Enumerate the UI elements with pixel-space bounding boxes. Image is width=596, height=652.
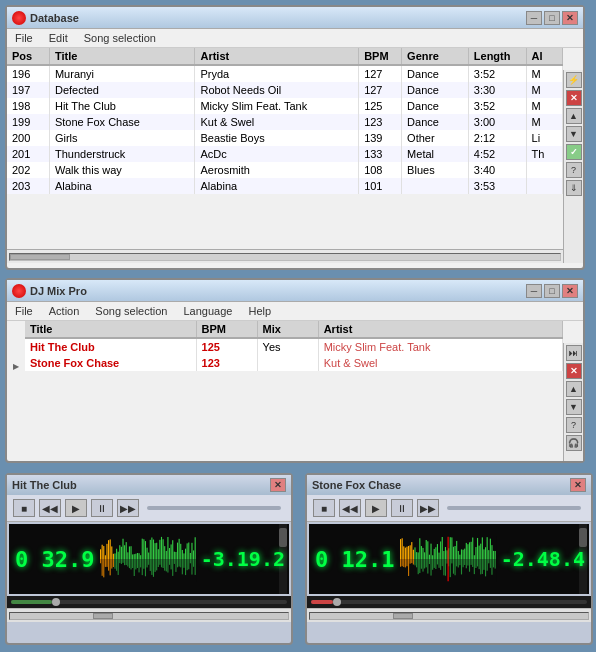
djmix-side-close[interactable]: ✕ bbox=[566, 363, 582, 379]
svg-rect-39 bbox=[131, 546, 132, 559]
db-side-close[interactable]: ✕ bbox=[566, 90, 582, 106]
svg-rect-203 bbox=[465, 559, 466, 565]
player2-pause-btn[interactable]: ⏸ bbox=[391, 499, 413, 517]
db-cell-artist: AcDc bbox=[195, 146, 359, 162]
djmix-close-btn[interactable]: ✕ bbox=[562, 284, 578, 298]
db-cell-al: Th bbox=[526, 146, 562, 162]
player1-pause-btn[interactable]: ⏸ bbox=[91, 499, 113, 517]
db-horizontal-scrollbar[interactable] bbox=[7, 249, 563, 263]
db-side-power[interactable]: ⚡ bbox=[566, 72, 582, 88]
djmix-maximize-btn[interactable]: □ bbox=[544, 284, 560, 298]
svg-rect-62 bbox=[149, 559, 150, 565]
svg-rect-14 bbox=[110, 559, 111, 575]
svg-rect-112 bbox=[189, 559, 190, 569]
svg-rect-107 bbox=[185, 549, 186, 559]
db-cell-title: Muranyi bbox=[49, 65, 195, 82]
db-table-row[interactable]: 200 Girls Beastie Boys 139 Other 2:12 Li bbox=[7, 130, 563, 146]
player1-progress-track[interactable] bbox=[11, 600, 287, 604]
djmix-window: DJ Mix Pro ─ □ ✕ File Action Song select… bbox=[5, 278, 585, 463]
svg-rect-63 bbox=[150, 540, 151, 559]
djmix-menu-file[interactable]: File bbox=[12, 304, 36, 318]
djmix-menu-help[interactable]: Help bbox=[245, 304, 274, 318]
player1-time-neg: -3.19.2 bbox=[197, 547, 289, 571]
svg-rect-10 bbox=[107, 559, 108, 567]
player1-stop-btn[interactable]: ■ bbox=[13, 499, 35, 517]
player1-bottom-scroll[interactable] bbox=[7, 608, 291, 622]
svg-rect-38 bbox=[129, 559, 130, 568]
db-table-row[interactable]: 203 Alabina Alabina 101 3:53 bbox=[7, 178, 563, 194]
player2-close-btn[interactable]: ✕ bbox=[570, 478, 586, 492]
djmix-side-headphone[interactable]: 🎧 bbox=[566, 435, 582, 451]
svg-rect-180 bbox=[447, 550, 448, 559]
player2-progress-track[interactable] bbox=[311, 600, 587, 604]
db-cell-length: 3:52 bbox=[468, 65, 526, 82]
svg-rect-133 bbox=[409, 559, 410, 576]
djmix-menu-action[interactable]: Action bbox=[46, 304, 83, 318]
svg-rect-226 bbox=[484, 549, 485, 559]
db-table-row[interactable]: 201 Thunderstruck AcDc 133 Metal 4:52 Th bbox=[7, 146, 563, 162]
player2-vol-slider[interactable] bbox=[447, 506, 581, 510]
player1-play-btn[interactable]: ▶ bbox=[65, 499, 87, 517]
svg-rect-196 bbox=[460, 555, 461, 559]
mix-cell-title: Hit The Club bbox=[25, 338, 196, 355]
svg-rect-89 bbox=[171, 544, 172, 559]
mix-col-title: Title bbox=[25, 321, 196, 338]
db-side-question[interactable]: ? bbox=[566, 162, 582, 178]
db-menu-edit[interactable]: Edit bbox=[46, 31, 71, 45]
player2-play-btn[interactable]: ▶ bbox=[365, 499, 387, 517]
svg-rect-44 bbox=[134, 559, 135, 576]
djmix-side-skip-end[interactable]: ⏭ bbox=[566, 345, 582, 361]
mix-cell-artist: Kut & Swel bbox=[318, 355, 562, 371]
db-table-row[interactable]: 199 Stone Fox Chase Kut & Swel 123 Dance… bbox=[7, 114, 563, 130]
svg-rect-81 bbox=[165, 546, 166, 559]
djmix-menu-song[interactable]: Song selection bbox=[92, 304, 170, 318]
db-table-row[interactable]: 202 Walk this way Aerosmith 108 Blues 3:… bbox=[7, 162, 563, 178]
player2-title: Stone Fox Chase bbox=[312, 479, 401, 491]
svg-rect-188 bbox=[453, 547, 454, 559]
db-menu-song-selection[interactable]: Song selection bbox=[81, 31, 159, 45]
db-cell-bpm: 123 bbox=[359, 114, 402, 130]
svg-rect-229 bbox=[485, 559, 486, 576]
db-table-row[interactable]: 198 Hit The Club Micky Slim Feat. Tank 1… bbox=[7, 98, 563, 114]
svg-rect-168 bbox=[437, 544, 438, 559]
svg-rect-48 bbox=[137, 559, 138, 568]
djmix-side-question[interactable]: ? bbox=[566, 417, 582, 433]
db-side-double-down[interactable]: ⇓ bbox=[566, 180, 582, 196]
djmix-side-down[interactable]: ▼ bbox=[566, 399, 582, 415]
mix-table-row[interactable]: Hit The Club 125 Yes Micky Slim Feat. Ta… bbox=[25, 338, 563, 355]
db-side-down[interactable]: ▼ bbox=[566, 126, 582, 142]
db-menu-file[interactable]: File bbox=[12, 31, 36, 45]
player1-vol-slider[interactable] bbox=[147, 506, 281, 510]
player2-ffw-btn[interactable]: ▶▶ bbox=[417, 499, 439, 517]
svg-rect-136 bbox=[412, 542, 413, 559]
db-maximize-btn[interactable]: □ bbox=[544, 11, 560, 25]
db-cell-length: 4:52 bbox=[468, 146, 526, 162]
db-side-check[interactable]: ✓ bbox=[566, 144, 582, 160]
db-minimize-btn[interactable]: ─ bbox=[526, 11, 542, 25]
svg-rect-55 bbox=[144, 539, 145, 559]
player1-ffw-btn[interactable]: ▶▶ bbox=[117, 499, 139, 517]
svg-rect-82 bbox=[165, 559, 166, 571]
svg-rect-144 bbox=[418, 552, 419, 559]
db-close-btn[interactable]: ✕ bbox=[562, 11, 578, 25]
player2-rew-btn[interactable]: ◀◀ bbox=[339, 499, 361, 517]
player1-position-indicator bbox=[52, 598, 60, 606]
djmix-minimize-btn[interactable]: ─ bbox=[526, 284, 542, 298]
database-menu-bar: File Edit Song selection bbox=[7, 29, 583, 48]
djmix-side-up[interactable]: ▲ bbox=[566, 381, 582, 397]
mix-table-row[interactable]: Stone Fox Chase 123 Kut & Swel bbox=[25, 355, 563, 371]
db-cell-genre: Dance bbox=[402, 65, 469, 82]
player2-bottom-scroll[interactable] bbox=[307, 608, 591, 622]
db-table-row[interactable]: 197 Defected Robot Needs Oil 127 Dance 3… bbox=[7, 82, 563, 98]
player1-close-btn[interactable]: ✕ bbox=[270, 478, 286, 492]
svg-rect-42 bbox=[133, 559, 134, 568]
player1-rew-btn[interactable]: ◀◀ bbox=[39, 499, 61, 517]
db-cell-pos: 202 bbox=[7, 162, 49, 178]
player2-stop-btn[interactable]: ■ bbox=[313, 499, 335, 517]
svg-rect-83 bbox=[166, 551, 167, 559]
db-side-up[interactable]: ▲ bbox=[566, 108, 582, 124]
svg-rect-24 bbox=[118, 559, 119, 575]
djmix-menu-language[interactable]: Language bbox=[180, 304, 235, 318]
db-table-row[interactable]: 196 Muranyi Pryda 127 Dance 3:52 M bbox=[7, 65, 563, 82]
svg-rect-149 bbox=[421, 559, 422, 569]
